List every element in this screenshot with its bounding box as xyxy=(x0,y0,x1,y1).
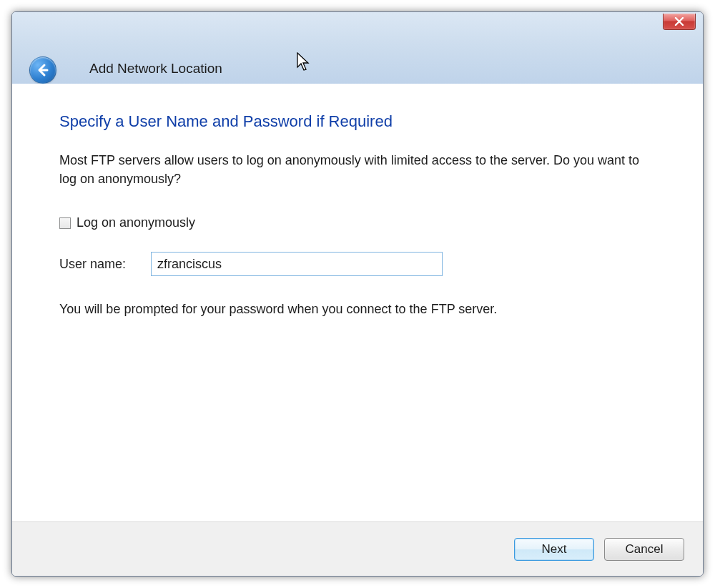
username-input[interactable] xyxy=(151,252,443,276)
wizard-content: Specify a User Name and Password if Requ… xyxy=(12,84,703,521)
close-button[interactable] xyxy=(663,14,696,30)
cancel-button[interactable]: Cancel xyxy=(604,538,684,561)
titlebar: Add Network Location xyxy=(12,12,703,84)
close-icon xyxy=(674,17,684,26)
anonymous-logon-row: Log on anonymously xyxy=(59,215,656,230)
anonymous-logon-label: Log on anonymously xyxy=(77,215,195,230)
username-row: User name: xyxy=(59,252,656,276)
wizard-title: Add Network Location xyxy=(89,61,222,77)
anonymous-logon-checkbox[interactable] xyxy=(59,217,71,229)
cursor-icon xyxy=(297,52,312,72)
back-arrow-icon xyxy=(36,63,50,77)
password-note: You will be prompted for your password w… xyxy=(59,302,656,317)
page-description: Most FTP servers allow users to log on a… xyxy=(59,151,656,188)
wizard-window: Add Network Location Specify a User Name… xyxy=(11,11,704,577)
page-heading: Specify a User Name and Password if Requ… xyxy=(59,112,656,131)
back-button[interactable] xyxy=(29,57,56,84)
username-label: User name: xyxy=(59,257,134,272)
wizard-footer: Next Cancel xyxy=(12,521,703,576)
next-button[interactable]: Next xyxy=(514,538,594,561)
